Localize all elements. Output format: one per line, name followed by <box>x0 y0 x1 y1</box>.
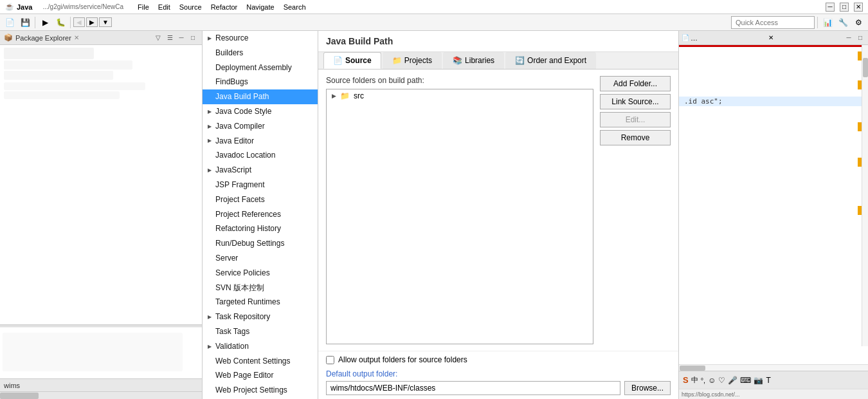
settings-label-run-debug-settings: Run/Debug Settings <box>215 238 284 249</box>
close-tab-icon[interactable]: ✕ <box>74 34 79 41</box>
tab-order-export[interactable]: 🔄 Order and Export <box>505 52 596 69</box>
ime-icon-s[interactable]: S <box>683 375 689 385</box>
allow-output-checkbox[interactable] <box>326 356 334 364</box>
left-panel: 📦 Package Explorer ✕ ▽ ☰ ─ □ wims <box>0 31 203 399</box>
settings-item-builders[interactable]: Builders <box>203 46 318 60</box>
status-url-bar: https://blog.csdn.net/... <box>679 389 868 399</box>
settings-item-targeted-runtimes[interactable]: Targeted Runtimes <box>203 295 318 310</box>
build-path-area: Java Build Path 📄 Source 📁 Projects 📚 Li… <box>318 31 678 399</box>
settings-item-java-build-path[interactable]: Java Build Path <box>203 89 318 104</box>
settings-label-deployment-assembly: Deployment Assembly <box>215 62 292 73</box>
horizontal-scrollbar[interactable] <box>0 391 202 399</box>
code-line-highlighted: .id asc"; <box>679 97 868 106</box>
ime-icon-zh[interactable]: 中 <box>691 375 698 385</box>
toolbar-run[interactable]: ▶ <box>38 15 52 30</box>
nav-dropdown[interactable]: ▼ <box>99 17 112 27</box>
edit-button[interactable]: Edit... <box>600 112 671 127</box>
tab-projects-label: Projects <box>404 56 432 65</box>
settings-item-java-code-style[interactable]: ▶Java Code Style <box>203 104 318 119</box>
settings-item-jsp-fragment[interactable]: JSP Fragment <box>203 178 318 192</box>
editor-scrollbar-v[interactable] <box>862 45 868 346</box>
settings-item-run-debug-settings[interactable]: Run/Debug Settings <box>203 236 318 251</box>
settings-item-javascript[interactable]: ▶JavaScript <box>203 163 318 178</box>
menu-icon[interactable]: ☰ <box>165 33 175 43</box>
menu-navigate[interactable]: Navigate <box>242 2 278 12</box>
ime-icon-t[interactable]: T <box>766 376 770 385</box>
settings-label-web-content-settings: Web Content Settings <box>215 356 291 367</box>
settings-item-service-policies[interactable]: Service Policies <box>203 266 318 281</box>
maximize-button[interactable]: □ <box>840 3 849 12</box>
settings-item-java-compiler[interactable]: ▶Java Compiler <box>203 119 318 134</box>
ime-icon-cam[interactable]: 📷 <box>754 376 763 385</box>
menu-edit[interactable]: Edit <box>154 2 174 12</box>
allow-output-row: Allow output folders for source folders <box>326 355 671 364</box>
toolbar-perspective-2[interactable]: 🔧 <box>836 15 850 30</box>
quick-access-input[interactable] <box>731 16 815 29</box>
tab-source[interactable]: 📄 Source <box>323 52 381 69</box>
editor-max-icon[interactable]: □ <box>855 33 865 43</box>
tab-libraries-icon: 📚 <box>453 56 462 65</box>
toolbar-perspective-1[interactable]: 📊 <box>820 15 835 30</box>
minimize-button[interactable]: ─ <box>826 3 835 12</box>
editor-close-icon[interactable]: ✕ <box>768 34 773 41</box>
tab-projects[interactable]: 📁 Projects <box>383 52 442 69</box>
toolbar-new[interactable]: 📄 <box>3 15 17 30</box>
close-button[interactable]: ✕ <box>854 3 863 12</box>
settings-item-java-editor[interactable]: ▶Java Editor <box>203 134 318 149</box>
settings-item-web-page-editor[interactable]: Web Page Editor <box>203 368 318 383</box>
toolbar-sep-2 <box>70 17 71 28</box>
settings-item-deployment-assembly[interactable]: Deployment Assembly <box>203 60 318 75</box>
source-tab-content: Source folders on build path: ▶ 📁 src Ad… <box>318 70 678 399</box>
tree-blurred-3 <box>4 71 113 80</box>
link-source-button[interactable]: Link Source... <box>600 94 671 109</box>
tab-order-icon: 🔄 <box>515 56 525 65</box>
settings-item-project-references[interactable]: Project References <box>203 207 318 222</box>
toolbar-perspective-3[interactable]: ⚙ <box>851 15 865 30</box>
editor-scrollbar-h[interactable] <box>679 364 868 371</box>
toolbar-debug[interactable]: 🐛 <box>53 15 68 30</box>
settings-label-svn: SVN 版本控制 <box>215 283 264 293</box>
panel-header-icons: ▽ ☰ ─ □ <box>153 33 198 43</box>
title-bar: ☕ Java .../g2gi/wims/service/NewCa File … <box>0 0 868 14</box>
output-folder-input[interactable] <box>326 381 620 395</box>
nav-forward[interactable]: ▶ <box>86 17 98 27</box>
nav-back[interactable]: ◀ <box>73 17 85 27</box>
ime-icon-keyboard[interactable]: ⌨ <box>740 376 751 385</box>
browse-button[interactable]: Browse... <box>624 381 671 395</box>
error-border-top <box>679 45 868 47</box>
settings-item-svn[interactable]: SVN 版本控制 <box>203 281 318 295</box>
tab-projects-icon: 📁 <box>392 56 402 65</box>
tab-libraries[interactable]: 📚 Libraries <box>443 52 504 69</box>
ime-icon-mic[interactable]: 🎤 <box>728 376 737 385</box>
toolbar-save[interactable]: 💾 <box>18 15 32 30</box>
menu-file[interactable]: File <box>134 2 153 12</box>
settings-label-task-repository: Task Repository <box>215 311 270 322</box>
panel-min-icon[interactable]: ─ <box>176 33 186 43</box>
ime-icon-face[interactable]: ☺ <box>708 376 716 385</box>
settings-item-server[interactable]: Server <box>203 251 318 266</box>
source-list-item[interactable]: ▶ 📁 src <box>327 89 593 102</box>
add-folder-button[interactable]: Add Folder... <box>600 76 671 91</box>
ime-icon-dot[interactable]: °, <box>701 376 705 384</box>
menu-refactor[interactable]: Refactor <box>207 2 242 12</box>
settings-item-validation[interactable]: ▶Validation <box>203 339 318 354</box>
settings-item-project-facets[interactable]: Project Facets <box>203 192 318 207</box>
settings-item-resource[interactable]: ▶Resource <box>203 31 318 46</box>
settings-item-task-tags[interactable]: Task Tags <box>203 324 318 339</box>
menu-source[interactable]: Source <box>176 2 206 12</box>
collapse-icon[interactable]: ▽ <box>153 33 163 43</box>
settings-item-javadoc-location[interactable]: Javadoc Location <box>203 148 318 163</box>
source-content: Source folders on build path: ▶ 📁 src Ad… <box>318 70 678 351</box>
settings-item-task-repository[interactable]: ▶Task Repository <box>203 310 318 324</box>
settings-item-web-project-settings[interactable]: Web Project Settings <box>203 383 318 398</box>
settings-item-refactoring-history[interactable]: Refactoring History <box>203 221 318 236</box>
menu-search[interactable]: Search <box>280 2 310 12</box>
ime-icon-heart[interactable]: ♡ <box>718 376 725 385</box>
editor-min-icon[interactable]: ─ <box>844 33 854 43</box>
settings-label-java-editor: Java Editor <box>215 136 254 147</box>
remove-button[interactable]: Remove <box>600 130 671 145</box>
settings-item-web-content-settings[interactable]: Web Content Settings <box>203 354 318 369</box>
settings-item-findbugs[interactable]: FindBugs <box>203 75 318 89</box>
arrow-icon-validation: ▶ <box>208 343 212 350</box>
panel-max-icon[interactable]: □ <box>188 33 198 43</box>
